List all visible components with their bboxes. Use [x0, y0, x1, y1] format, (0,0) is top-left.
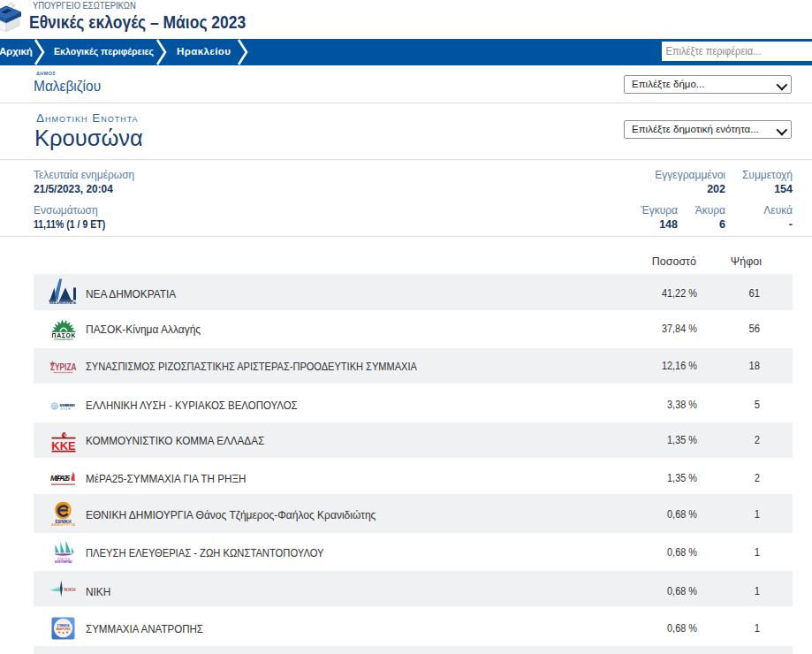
- svg-text:ΜέΡΑ25: ΜέΡΑ25: [50, 474, 70, 483]
- svg-text:ΑΝΑΤΡΟΠΗΣ: ΑΝΑΤΡΟΠΗΣ: [56, 627, 70, 631]
- svg-text:ΣΥΜΜΑΧΙΑ: ΣΥΜΜΑΧΙΑ: [57, 624, 70, 627]
- svg-text:ΚΚΕ: ΚΚΕ: [51, 438, 76, 452]
- svg-text:ΣΥΡΙΖΑ: ΣΥΡΙΖΑ: [50, 362, 77, 372]
- svg-text:ΝΙΚΗ: ΝΙΚΗ: [65, 588, 77, 592]
- svg-text:ΝΕΑ ΔΗΜΟΚΡΑΤΙΑ: ΝΕΑ ΔΗΜΟΚΡΑΤΙΑ: [49, 300, 77, 304]
- svg-text:ΔΗΜΙΟΥΡΓΙΑ: ΔΗΜΙΟΥΡΓΙΑ: [51, 523, 76, 527]
- svg-text:ΕΛΕΥΘΕΡΙΑΣ: ΕΛΕΥΘΕΡΙΑΣ: [55, 560, 73, 564]
- svg-text:ΛΥΣΗ: ΛΥΣΗ: [61, 407, 72, 411]
- svg-text:Κίνημα Αλλαγής: Κίνημα Αλλαγής: [54, 338, 73, 340]
